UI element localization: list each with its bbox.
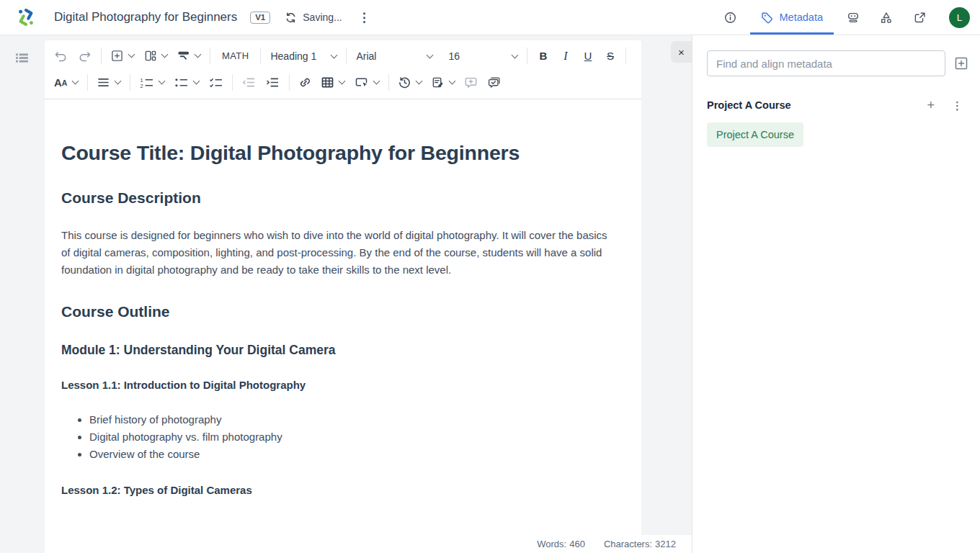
font-family-value: Arial [356,50,376,62]
metadata-section-header: Project A Course + ⋮ [707,99,963,112]
section-add-button[interactable]: + [927,99,935,112]
undo-button[interactable] [49,45,73,67]
toolbar-separator [87,74,88,91]
strikethrough-button[interactable]: S [599,45,621,67]
version-history-button[interactable] [393,72,427,94]
math-button[interactable]: MATH [215,50,256,61]
redo-button[interactable] [73,45,97,67]
chevron-down-icon [115,78,122,85]
app-header: Digital Photography for Beginners V1 Sav… [0,0,980,35]
numbered-list-button[interactable]: 1 2 [135,72,169,94]
comment-add-icon [465,76,477,89]
paragraph-style-dropdown[interactable]: Heading 1 [265,45,342,67]
header-right: Metadata [714,0,980,35]
bullet-list-button[interactable] [169,72,204,94]
user-avatar[interactable]: L [949,7,970,28]
version-badge[interactable]: V1 [250,12,270,24]
assistant-button[interactable] [837,0,870,35]
text-case-button[interactable]: AA [49,72,83,94]
share-icon [914,12,926,24]
metadata-section-title: Project A Course [707,99,927,111]
font-family-dropdown[interactable]: Arial [351,45,437,67]
metadata-search-input[interactable] [707,50,945,76]
format-painter-icon [177,50,190,62]
header-more-menu-icon[interactable]: ⋮ [358,12,370,24]
doc-heading-description: Course Description [61,189,610,207]
toolbar-separator [527,48,527,64]
toolbar-separator [210,48,210,64]
layout-icon [144,50,156,62]
toolbar-separator [289,74,290,91]
list-item: Digital photography vs. film photography [89,428,610,446]
character-count: Characters: 3212 [604,539,676,549]
tab-metadata-label: Metadata [780,12,823,23]
word-count-label: Words: [537,539,566,549]
document-canvas[interactable]: Course Title: Digital Photography for Be… [45,99,641,515]
insert-link-button[interactable] [294,72,316,94]
chevron-down-icon [72,78,79,85]
close-icon: × [678,46,685,58]
shapes-icon [880,12,893,24]
doc-heading-lesson11: Lesson 1.1: Introduction to Digital Phot… [61,379,610,392]
text-case-small: A [62,78,68,87]
italic-button[interactable]: I [554,45,576,67]
main-area: MATH Heading 1 Arial 16 B I U [0,35,980,553]
add-metadata-button[interactable] [955,57,968,70]
comment-check-icon [487,76,500,89]
tab-metadata[interactable]: Metadata [750,0,834,35]
font-size-value: 16 [448,50,460,62]
insert-table-button[interactable] [316,72,349,94]
doc-heading-lesson12: Lesson 1.2: Types of Digital Cameras [61,484,610,497]
word-count-value: 460 [569,539,585,549]
add-comment-button[interactable] [460,72,482,94]
sync-status: Saving... [285,12,342,24]
close-panel-button[interactable]: × [671,41,692,63]
editor-toolbar: MATH Heading 1 Arial 16 B I U [45,40,641,99]
resolved-comments-button[interactable] [482,72,505,94]
tag-icon [761,12,773,24]
elements-button[interactable] [870,0,903,35]
font-size-dropdown[interactable]: 16 [443,45,522,67]
doc-heading-outline: Course Outline [61,302,610,320]
list-item: Overview of the course [89,446,610,463]
redo-icon [78,50,92,62]
app-logo-icon[interactable] [16,7,36,27]
doc-heading-1: Course Title: Digital Photography for Be… [61,140,610,165]
chevron-down-icon [159,78,166,85]
indent-icon [266,77,280,88]
annotate-button[interactable] [427,72,460,94]
outdent-button[interactable] [237,72,261,94]
chevron-down-icon [128,51,135,58]
format-painter-button[interactable] [172,45,205,67]
layout-button[interactable] [139,45,172,67]
note-edit-icon [432,76,444,89]
insert-element-button[interactable] [106,45,139,67]
info-button[interactable] [714,0,747,35]
plus-square-icon [111,50,123,62]
document-title[interactable]: Digital Photography for Beginners [54,10,237,24]
bold-button[interactable]: B [532,45,554,67]
chevron-down-icon [427,52,434,59]
character-count-label: Characters: [604,539,652,549]
share-button[interactable] [903,0,936,35]
outline-toggle-button[interactable] [15,53,29,63]
chevron-down-icon [512,52,519,59]
chevron-down-icon [373,78,380,85]
underline-button[interactable]: U [576,45,599,67]
table-icon [321,77,334,88]
section-more-menu-icon[interactable]: ⋮ [952,100,963,111]
status-bar: Words: 460 Characters: 3212 [45,535,692,553]
checklist-button[interactable] [204,72,228,94]
chevron-down-icon [193,78,200,85]
toolbar-separator [625,48,626,64]
chevron-down-icon [161,51,169,58]
history-clock-icon [398,76,411,89]
plus-square-icon [955,57,968,70]
metadata-tag[interactable]: Project A Course [707,122,803,147]
indent-button[interactable] [261,72,285,94]
align-button[interactable] [92,72,125,94]
text-box-button[interactable] [349,72,384,94]
word-count: Words: 460 [537,539,585,549]
outline-list-icon [15,53,29,63]
robot-icon [847,12,860,24]
